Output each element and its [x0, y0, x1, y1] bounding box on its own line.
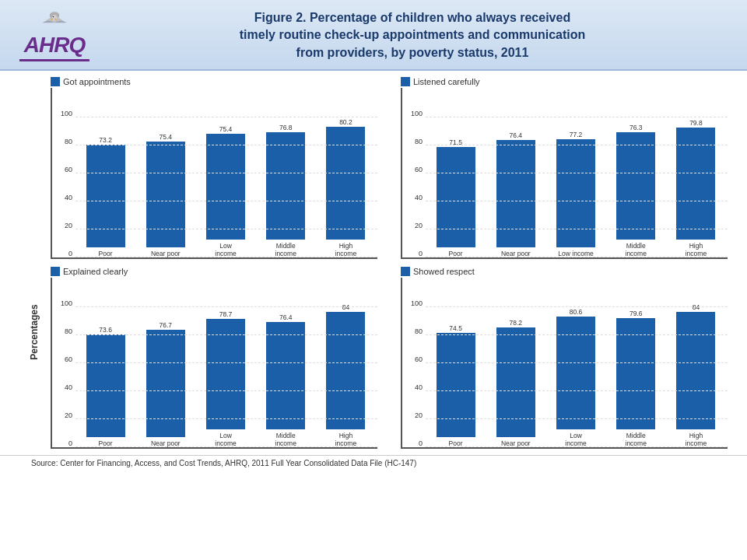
y-tick-label: 0 — [52, 439, 75, 447]
grid-line — [75, 257, 377, 257]
bar-group: 75.4Near poor — [137, 133, 194, 257]
y-tick-label: 20 — [402, 222, 426, 229]
y-tick-label: 60 — [402, 166, 426, 173]
bar — [266, 322, 305, 429]
bar-value-label: 78.2 — [510, 319, 523, 327]
bar-value-label: 76.7 — [160, 321, 173, 329]
bar-value-label: 76.4 — [510, 131, 523, 139]
bar-x-label: Low income — [215, 432, 236, 447]
chart-inner: 02040608010073.6Poor76.7Near poor78.7Low… — [51, 278, 377, 449]
grid-line — [426, 201, 728, 201]
y-tick-label: 40 — [402, 383, 426, 391]
chart-inner: 02040608010074.5Poor78.2Near poor80.6Low… — [401, 278, 728, 449]
chart-inner: 02040608010073.2Poor75.4Near poor75.4Low… — [51, 88, 377, 259]
chart-title-label: Listened carefully — [413, 77, 480, 86]
chart-title-label: Explained clearly — [63, 267, 128, 276]
bar-group: 80.2High income — [317, 118, 374, 257]
chart-title-row-2: Explained clearly — [51, 267, 377, 276]
logo: AHRQ — [16, 9, 93, 61]
bar-group: 76.7Near poor — [137, 321, 194, 447]
grid-line — [426, 418, 728, 419]
y-tick-label: 40 — [52, 383, 75, 391]
y-tick-label: 20 — [402, 411, 426, 419]
y-tick-label: 0 — [52, 250, 75, 257]
bar-group: 80.6Low income — [547, 308, 604, 447]
bar — [496, 140, 535, 247]
bar — [206, 319, 245, 429]
grid-line — [426, 390, 728, 391]
bar-group: 76.4Near poor — [487, 131, 544, 257]
grid-line — [426, 229, 728, 229]
chart-title: Figure 2. Percentage of children who alw… — [93, 9, 731, 61]
bar-value-label: 73.6 — [99, 326, 112, 334]
bar — [496, 327, 535, 437]
y-tick-label: 80 — [52, 327, 75, 335]
charts-area: Got appointments02040608010073.2Poor75.4… — [0, 71, 747, 452]
chart-title-label: Showed respect — [413, 267, 475, 276]
bar-x-label: Middle income — [275, 432, 296, 447]
bar-group: 78.7Low income — [197, 310, 254, 447]
grid-line — [426, 117, 728, 117]
grid-line — [426, 446, 728, 447]
bar-group: 73.6Poor — [77, 326, 134, 448]
bar — [86, 145, 125, 247]
chart-title-row-1: Listened carefully — [401, 77, 728, 86]
bar-x-label: Low income — [565, 432, 586, 447]
bar-value-label: 76.4 — [279, 313, 293, 321]
bar — [146, 142, 185, 247]
bar-value-label: 74.5 — [449, 324, 462, 332]
chart-chart4: Showed respect02040608010074.5Poor78.2Ne… — [397, 267, 731, 449]
charts-grid: Got appointments02040608010073.2Poor75.4… — [47, 77, 731, 449]
footer-source: Source: Center for Financing, Access, an… — [0, 455, 747, 471]
bars-area: 73.6Poor76.7Near poor78.7Low income76.4M… — [77, 307, 374, 447]
bar-group: 79.8High income — [668, 119, 724, 257]
y-tick-label: 80 — [402, 327, 426, 335]
bar — [146, 330, 185, 437]
grid-line — [75, 229, 377, 229]
y-tick-label: 40 — [52, 194, 75, 201]
y-tick-label: 80 — [52, 138, 75, 145]
bar-value-label: 79.6 — [630, 310, 643, 317]
bar — [556, 317, 595, 429]
grid-line — [426, 334, 728, 335]
chart-chart1: Got appointments02040608010073.2Poor75.4… — [47, 77, 381, 259]
y-tick-label: 20 — [52, 222, 75, 229]
bar-group: 73.2Poor — [77, 136, 134, 257]
bar — [326, 127, 365, 239]
bar-value-label: 80.6 — [570, 308, 583, 316]
grid-line — [75, 446, 377, 447]
bar — [437, 333, 475, 437]
bar-x-label: Middle income — [626, 242, 647, 257]
legend-box — [401, 77, 410, 86]
bar — [556, 139, 595, 247]
bar-value-label: 75.4 — [160, 133, 173, 141]
bar-value-label: 76.3 — [630, 124, 643, 131]
bar-x-label: Middle income — [626, 432, 647, 447]
bar — [437, 147, 475, 247]
bar-value-label: 75.4 — [219, 125, 233, 133]
bar-group: 76.4Middle income — [258, 313, 314, 447]
header: AHRQ Figure 2. Percentage of children wh… — [0, 0, 747, 71]
legend-box — [401, 267, 410, 276]
bar-x-label: High income — [335, 432, 356, 447]
y-tick-label: 100 — [402, 299, 426, 307]
chart-title-label: Got appointments — [63, 77, 131, 86]
bars-area: 71.5Poor76.4Near poor77.2Low income76.3M… — [427, 117, 724, 257]
grid-line — [426, 145, 728, 145]
logo-line — [19, 59, 89, 61]
y-tick-label: 60 — [52, 166, 75, 173]
y-tick-label: 80 — [402, 138, 426, 145]
grid-line — [426, 173, 728, 173]
chart-chart3: Explained clearly02040608010073.6Poor76.… — [47, 267, 381, 449]
y-tick-label: 0 — [402, 439, 426, 447]
bar-x-label: Low income — [215, 242, 236, 257]
bars-area: 74.5Poor78.2Near poor80.6Low income79.6M… — [427, 307, 724, 447]
bar — [266, 132, 305, 240]
bar-group: 84High income — [668, 303, 724, 448]
grid-line — [426, 362, 728, 363]
y-tick-label: 40 — [402, 194, 426, 201]
y-axis-label: Percentages — [29, 304, 40, 359]
y-tick-label: 60 — [402, 355, 426, 363]
bar-x-label: High income — [686, 242, 707, 257]
grid-line — [75, 117, 377, 117]
